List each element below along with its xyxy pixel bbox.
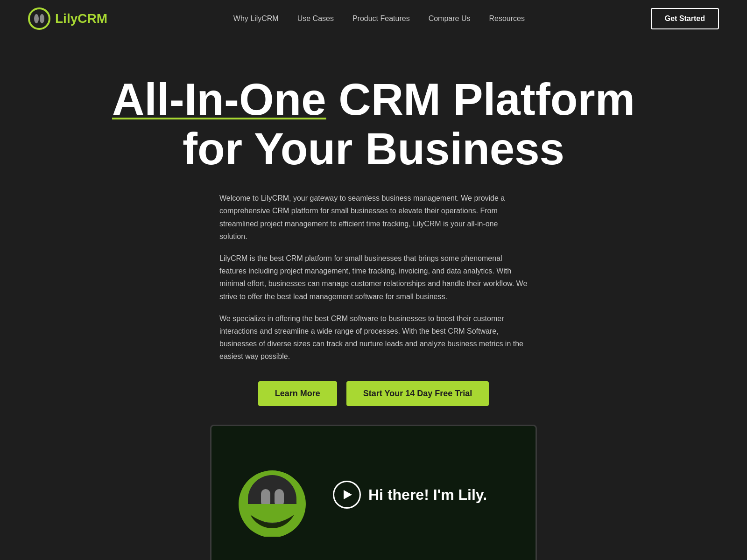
nav-compare-us[interactable]: Compare Us	[429, 14, 471, 22]
hero-description: Welcome to LilyCRM, your gateway to seam…	[219, 192, 528, 363]
nav-product-features[interactable]: Product Features	[352, 14, 410, 22]
svg-point-0	[29, 8, 49, 29]
video-container: Hi there! I'm Lily.	[210, 425, 537, 560]
cta-buttons: Learn More Start Your 14 Day Free Trial	[75, 381, 672, 406]
nav-links: Why LilyCRM Use Cases Product Features C…	[233, 14, 525, 23]
hero-paragraph-1: Welcome to LilyCRM, your gateway to seam…	[219, 192, 528, 243]
nav-why-lilycrm[interactable]: Why LilyCRM	[233, 14, 279, 22]
get-started-button[interactable]: Get Started	[651, 8, 719, 29]
video-content: Hi there! I'm Lily.	[211, 434, 536, 555]
hero-section: All-In-One CRM Platform for Your Busines…	[47, 37, 700, 560]
nav-use-cases[interactable]: Use Cases	[297, 14, 334, 22]
learn-more-button[interactable]: Learn More	[258, 381, 337, 406]
free-trial-button[interactable]: Start Your 14 Day Free Trial	[346, 381, 489, 406]
lily-logo-icon	[28, 7, 50, 30]
hero-paragraph-2: LilyCRM is the best CRM platform for sma…	[219, 252, 528, 303]
video-tagline: Hi there! I'm Lily.	[368, 486, 487, 504]
hero-paragraph-3: We specialize in offering the best CRM s…	[219, 312, 528, 363]
svg-point-1	[34, 14, 39, 23]
play-button-area: Hi there! I'm Lily.	[333, 481, 517, 509]
logo-text: LilyCRM	[55, 11, 107, 26]
svg-point-2	[40, 14, 44, 23]
hero-title: All-In-One CRM Platform for Your Busines…	[75, 75, 672, 173]
logo[interactable]: LilyCRM	[28, 7, 107, 30]
play-button[interactable]	[333, 481, 361, 509]
nav-resources[interactable]: Resources	[489, 14, 524, 22]
lily-mascot	[230, 453, 314, 537]
navbar: LilyCRM Why LilyCRM Use Cases Product Fe…	[0, 0, 747, 37]
